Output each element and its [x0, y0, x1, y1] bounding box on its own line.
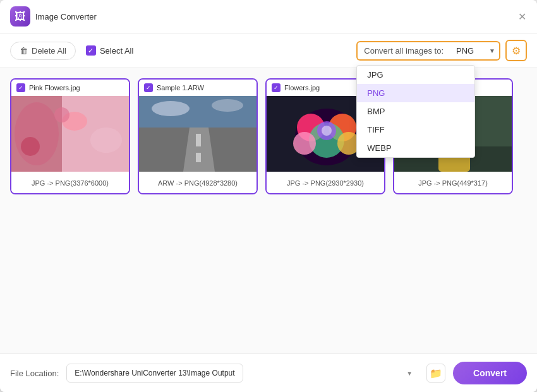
dropdown-item-jpg[interactable]: JPG [357, 66, 474, 84]
card-checkbox[interactable]: ✓ [16, 83, 25, 92]
settings-button[interactable]: ⚙ [505, 40, 527, 61]
delete-all-label: Delete All [32, 46, 66, 56]
svg-point-3 [15, 102, 59, 165]
close-button[interactable]: ✕ [517, 11, 527, 21]
dropdown-item-bmp[interactable]: BMP [357, 102, 474, 121]
card-checkbox[interactable]: ✓ [272, 83, 281, 92]
path-chevron-icon: ▼ [406, 370, 413, 377]
svg-point-7 [54, 107, 69, 122]
svg-rect-12 [196, 134, 201, 146]
conversion-info: ARW -> PNG(4928*3280) [158, 179, 238, 187]
delete-all-button[interactable]: 🗑 Delete All [10, 42, 76, 60]
svg-point-5 [90, 128, 122, 153]
svg-point-24 [322, 126, 332, 136]
toolbar-left: 🗑 Delete All ✓ Select All [10, 42, 346, 60]
conversion-info: JPG -> PNG(3376*6000) [32, 179, 109, 187]
browse-folder-button[interactable]: 📁 [426, 364, 445, 383]
svg-point-21 [293, 132, 316, 155]
card-filename: Sample 1.ARW [157, 84, 204, 92]
image-thumbnail [139, 96, 256, 172]
title-bar: 🖼 Image Converter ✕ [0, 0, 537, 33]
image-thumbnail [11, 96, 129, 172]
select-all-checkbox[interactable]: ✓ [86, 45, 96, 56]
file-location-label: File Location: [10, 369, 59, 378]
convert-label: Convert all images to: [356, 41, 450, 61]
app-icon: 🖼 [10, 6, 30, 27]
trash-icon: 🗑 [20, 46, 28, 56]
file-path-select[interactable]: E:\Wondershare UniConverter 13\Image Out… [66, 364, 243, 383]
card-footer: JPG -> PNG(2930*2930) [267, 172, 384, 193]
card-checkbox[interactable]: ✓ [144, 83, 153, 92]
svg-point-14 [152, 101, 190, 116]
card-footer: ARW -> PNG(4928*3280) [139, 172, 256, 193]
card-filename: Pink Flowers.jpg [29, 84, 80, 92]
format-dropdown[interactable]: JPG PNG BMP TIFF WEBP [356, 65, 475, 158]
window-title: Image Converter [35, 12, 97, 21]
conversion-info: JPG -> PNG(449*317) [418, 179, 488, 187]
bottom-bar: File Location: E:\Wondershare UniConvert… [0, 353, 537, 392]
conversion-info: JPG -> PNG(2930*2930) [287, 179, 364, 187]
card-footer: JPG -> PNG(449*317) [394, 172, 512, 193]
dropdown-item-png[interactable]: PNG [357, 84, 474, 102]
svg-rect-13 [196, 153, 201, 162]
card-header: ✓ Sample 1.ARW [139, 80, 256, 96]
select-all-text: Select All [100, 46, 133, 56]
card-header: ✓ Pink Flowers.jpg [11, 80, 129, 96]
card-footer: JPG -> PNG(3376*6000) [11, 172, 129, 193]
convert-button[interactable]: Convert [453, 362, 527, 384]
toolbar: 🗑 Delete All ✓ Select All Convert all im… [0, 33, 537, 68]
select-all-label[interactable]: ✓ Select All [86, 45, 133, 56]
toolbar-right: Convert all images to: JPG PNG BMP TIFF … [356, 40, 527, 61]
svg-point-6 [21, 137, 40, 156]
title-bar-left: 🖼 Image Converter [10, 6, 97, 27]
image-card: ✓ Pink Flowers.jpg [10, 78, 130, 194]
svg-point-15 [212, 99, 243, 112]
file-path-wrapper: E:\Wondershare UniConverter 13\Image Out… [66, 364, 419, 383]
card-filename: Flowers.jpg [284, 84, 320, 92]
dropdown-item-tiff[interactable]: TIFF [357, 121, 474, 139]
image-card: ✓ Sample 1.ARW [138, 78, 258, 194]
dropdown-item-webp[interactable]: WEBP [357, 139, 474, 157]
app-window: 🖼 Image Converter ✕ 🗑 Delete All ✓ Selec… [0, 0, 537, 392]
format-select[interactable]: JPG PNG BMP TIFF WEBP [450, 41, 500, 61]
